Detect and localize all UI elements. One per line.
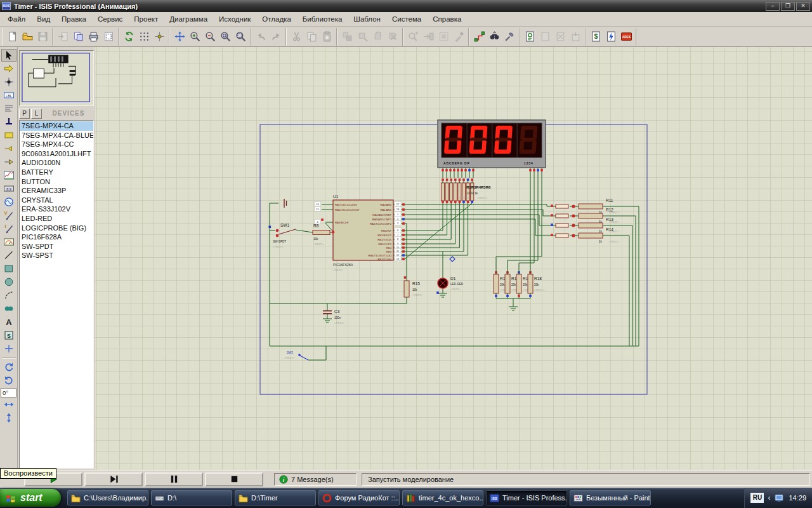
rotation-angle-field[interactable]: 0° — [1, 388, 16, 398]
tool-2d-path[interactable] — [1, 302, 16, 315]
tool-buses-mode[interactable] — [1, 116, 16, 128]
task-button[interactable]: D:\Timer — [235, 490, 316, 505]
device-row[interactable]: LED-RED — [20, 214, 93, 224]
device-row[interactable]: CRYSTAL — [20, 196, 93, 205]
tool-terminal-mode[interactable] — [1, 142, 16, 155]
task-button[interactable]: timer_4c_ok_hexco... — [402, 490, 483, 505]
device-row[interactable]: 9C06031A2001JLHFT — [20, 149, 93, 159]
schematic-canvas[interactable]: ABCDEFG DP1234R2R3R4R5R61k 1k 1k<TEXT><T… — [95, 47, 812, 470]
toggle-origin-button[interactable] — [152, 29, 167, 44]
pan-button[interactable] — [172, 29, 187, 44]
pick-devices-button[interactable]: P — [19, 109, 30, 119]
tool-voltage-probe-mode[interactable]: V — [1, 209, 16, 222]
task-button[interactable]: Безымянный - Paint — [570, 490, 651, 505]
menu-item-10[interactable]: Система — [386, 13, 427, 25]
device-row[interactable]: 7SEG-MPX4-CA — [20, 121, 93, 131]
search-tag-button[interactable] — [487, 29, 502, 44]
tool-text-script-mode[interactable] — [1, 102, 16, 115]
wire-autorouter-button[interactable] — [471, 29, 487, 44]
menu-item-9[interactable]: Шаблон — [348, 13, 386, 25]
menu-item-3[interactable]: Сервис — [92, 13, 128, 25]
new-document-button[interactable] — [4, 29, 20, 44]
print-button[interactable] — [86, 29, 101, 44]
menu-item-5[interactable]: Диаграмма — [164, 13, 213, 25]
device-row[interactable]: CERAMIC33P — [20, 186, 93, 196]
toggle-grid-button[interactable] — [136, 29, 152, 44]
start-button[interactable]: start — [0, 489, 61, 507]
tray-chevron[interactable]: ‹ — [768, 493, 770, 502]
design-explorer-button[interactable] — [522, 29, 537, 44]
menu-item-0[interactable]: Файл — [2, 13, 31, 25]
tool-subcircuit-mode[interactable] — [1, 129, 16, 142]
task-button[interactable]: D:\ — [151, 490, 232, 505]
tool-current-probe-mode[interactable]: I — [1, 222, 16, 235]
device-row[interactable]: AUDIO100N — [20, 158, 93, 168]
bill-of-materials-button[interactable]: $ — [588, 29, 603, 44]
library-manager-button[interactable]: L — [31, 109, 42, 119]
tool-2d-arc[interactable] — [1, 289, 16, 302]
tool-selection-mode[interactable] — [1, 49, 16, 62]
tool-flip-vertical[interactable] — [1, 411, 16, 424]
restore-button[interactable]: ❐ — [781, 2, 795, 11]
tool-flip-horizontal[interactable] — [1, 398, 16, 411]
electrical-rule-check-button[interactable] — [603, 29, 619, 44]
tool-generator-mode[interactable] — [1, 196, 16, 208]
simulation-log-box[interactable]: i 7 Message(s) — [274, 473, 357, 486]
tool-2d-marker[interactable] — [1, 342, 16, 355]
language-indicator[interactable]: RU — [750, 493, 764, 503]
zoom-area-button[interactable] — [233, 29, 248, 44]
device-row[interactable]: ERA-S33J102V — [20, 204, 93, 214]
tool-2d-text[interactable]: A — [1, 316, 16, 328]
tool-2d-symbol[interactable]: S — [1, 329, 16, 342]
menu-item-6[interactable]: Исходник — [213, 13, 256, 25]
menu-item-4[interactable]: Проект — [128, 13, 164, 25]
device-row[interactable]: BATTERY — [20, 168, 93, 177]
tool-2d-line[interactable] — [1, 249, 16, 262]
tool-junction-dot-mode[interactable] — [1, 76, 16, 88]
mark-output-area-button[interactable] — [101, 29, 116, 44]
device-row[interactable]: 7SEG-MPX4-CA-BLUE — [20, 131, 93, 140]
device-row[interactable]: 7SEG-MPX4-CC — [20, 140, 93, 149]
task-button[interactable]: C:\Users\Владимир... — [67, 490, 148, 505]
netlist-to-ares-button[interactable]: ARES — [619, 29, 634, 44]
menu-item-11[interactable]: Справка — [427, 13, 467, 25]
pause-button[interactable] — [145, 472, 203, 486]
property-assignment-button[interactable] — [502, 29, 517, 44]
tool-rotate-anticlockwise[interactable] — [1, 374, 16, 387]
step-animation-button[interactable] — [84, 472, 143, 486]
close-button[interactable]: ✕ — [796, 2, 810, 11]
tool-rotate-clockwise[interactable] — [1, 361, 16, 373]
device-row[interactable]: SW-SPDT — [20, 242, 93, 251]
zoom-in-button[interactable] — [187, 29, 202, 44]
stop-button[interactable] — [205, 472, 263, 486]
tool-2d-box[interactable] — [1, 262, 16, 275]
task-button[interactable]: Форум РадиоКот ::... — [318, 490, 400, 505]
redraw-button[interactable] — [121, 29, 136, 44]
display-tray-icon[interactable] — [774, 493, 785, 503]
device-row[interactable]: LOGICPROBE (BIG) — [20, 224, 93, 233]
minimize-button[interactable]: – — [766, 2, 780, 11]
zoom-all-button[interactable] — [218, 29, 233, 44]
device-row[interactable]: SW-SPST — [20, 251, 93, 260]
tool-virtual-instruments-mode[interactable] — [1, 236, 16, 248]
menu-item-2[interactable]: Правка — [56, 13, 92, 25]
tool-2d-circle[interactable] — [1, 276, 16, 288]
menu-item-8[interactable]: Библиотека — [297, 13, 348, 25]
task-button[interactable]: ISISTimer - ISIS Profess... — [486, 490, 567, 505]
menu-item-1[interactable]: Вид — [31, 13, 56, 25]
svg-text:<TEXT>: <TEXT> — [609, 240, 620, 243]
device-row[interactable]: PIC16F628A — [20, 232, 93, 242]
schematic-drawing[interactable]: ABCDEFG DP1234R2R3R4R5R61k 1k 1k<TEXT><T… — [95, 47, 812, 470]
tool-device-pin-mode[interactable] — [1, 156, 16, 168]
export-section-button[interactable] — [70, 29, 86, 44]
device-row[interactable]: BUTTON — [20, 177, 93, 187]
menu-item-7[interactable]: Отладка — [256, 13, 296, 25]
tool-graph-mode[interactable] — [1, 169, 16, 182]
tool-tape-recorder-mode[interactable]: 8.9 — [1, 182, 16, 195]
tool-component-mode[interactable] — [1, 62, 16, 75]
devices-header: P L DEVICES — [19, 108, 94, 119]
zoom-out-button[interactable] — [202, 29, 218, 44]
tool-wire-label-mode[interactable]: LBL — [1, 89, 16, 102]
open-design-button[interactable] — [20, 29, 35, 44]
schematic-overview[interactable] — [19, 50, 94, 106]
